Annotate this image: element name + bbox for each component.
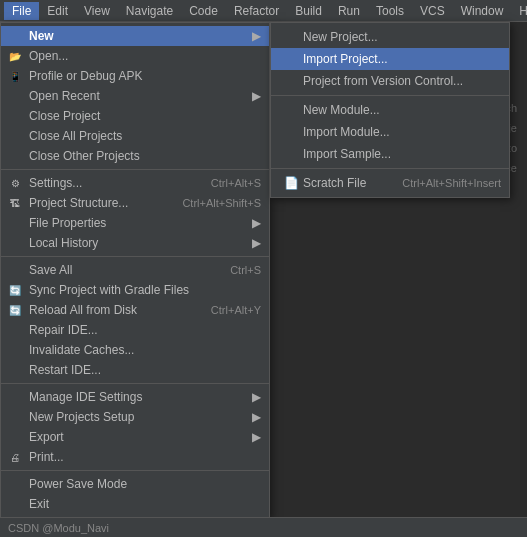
menu-item-exit[interactable]: Exit: [1, 494, 269, 514]
menubar-file[interactable]: File: [4, 2, 39, 20]
menu-item-invalidate[interactable]: Invalidate Caches...: [1, 340, 269, 360]
save-all-icon: [7, 262, 23, 278]
menu-item-local-history-label: Local History: [29, 236, 248, 250]
new-project-icon: [283, 29, 299, 45]
export-arrow-icon: ▶: [252, 430, 261, 444]
close-other-icon: [7, 148, 23, 164]
separator-3: [1, 383, 269, 384]
menu-item-settings[interactable]: ⚙ Settings... Ctrl+Alt+S: [1, 173, 269, 193]
submenu-sep-1: [271, 95, 509, 96]
settings-icon: ⚙: [7, 175, 23, 191]
menubar-run[interactable]: Run: [330, 2, 368, 20]
menubar-vcs[interactable]: VCS: [412, 2, 453, 20]
new-module-icon: [283, 102, 299, 118]
menu-item-file-props-label: File Properties: [29, 216, 248, 230]
recent-icon: [7, 88, 23, 104]
menu-item-save-all-label: Save All: [29, 263, 210, 277]
new-arrow-icon: ▶: [252, 29, 261, 43]
submenu-item-scratch-file[interactable]: 📄 Scratch File Ctrl+Alt+Shift+Insert: [271, 172, 509, 194]
menu-item-open-label: Open...: [29, 49, 261, 63]
menu-item-export-label: Export: [29, 430, 248, 444]
menu-item-restart-label: Restart IDE...: [29, 363, 261, 377]
menubar-help[interactable]: Help: [511, 2, 527, 20]
menubar-build[interactable]: Build: [287, 2, 330, 20]
restart-icon: [7, 362, 23, 378]
menu-item-profile[interactable]: 📱 Profile or Debug APK: [1, 66, 269, 86]
local-history-icon: [7, 235, 23, 251]
menu-item-print[interactable]: 🖨 Print...: [1, 447, 269, 467]
menubar-navigate[interactable]: Navigate: [118, 2, 181, 20]
repair-icon: [7, 322, 23, 338]
menubar-view[interactable]: View: [76, 2, 118, 20]
submenu-item-import-module[interactable]: Import Module...: [271, 121, 509, 143]
menu-item-power-save[interactable]: Power Save Mode: [1, 474, 269, 494]
separator-4: [1, 470, 269, 471]
submenu-scratch-file-label: Scratch File: [303, 176, 392, 190]
menu-item-settings-label: Settings...: [29, 176, 191, 190]
menu-item-sync-gradle-label: Sync Project with Gradle Files: [29, 283, 261, 297]
menu-item-save-all[interactable]: Save All Ctrl+S: [1, 260, 269, 280]
file-props-arrow-icon: ▶: [252, 216, 261, 230]
menu-item-open[interactable]: 📂 Open...: [1, 46, 269, 66]
submenu-import-module-label: Import Module...: [303, 125, 501, 139]
settings-shortcut: Ctrl+Alt+S: [211, 177, 261, 189]
menu-item-new[interactable]: New ▶: [1, 26, 269, 46]
menu-item-reload-disk[interactable]: 🔄 Reload All from Disk Ctrl+Alt+Y: [1, 300, 269, 320]
menubar-window[interactable]: Window: [453, 2, 512, 20]
menu-item-manage-ide[interactable]: Manage IDE Settings ▶: [1, 387, 269, 407]
separator-2: [1, 256, 269, 257]
import-sample-icon: [283, 146, 299, 162]
menu-item-restart[interactable]: Restart IDE...: [1, 360, 269, 380]
import-module-icon: [283, 124, 299, 140]
print-icon: 🖨: [7, 449, 23, 465]
local-history-arrow-icon: ▶: [252, 236, 261, 250]
submenu-item-project-vcs[interactable]: Project from Version Control...: [271, 70, 509, 92]
scratch-file-shortcut: Ctrl+Alt+Shift+Insert: [402, 177, 501, 189]
menu-item-reload-label: Reload All from Disk: [29, 303, 191, 317]
dropdown-overlay: New ▶ 📂 Open... 📱 Profile or Debug APK O…: [0, 22, 270, 518]
manage-ide-icon: [7, 389, 23, 405]
power-save-icon: [7, 476, 23, 492]
menu-item-local-history[interactable]: Local History ▶: [1, 233, 269, 253]
menubar-refactor[interactable]: Refactor: [226, 2, 287, 20]
statusbar: CSDN @Modu_Navi: [0, 517, 527, 537]
exit-icon: [7, 496, 23, 512]
menu-item-power-save-label: Power Save Mode: [29, 477, 261, 491]
submenu-item-import-project[interactable]: Import Project...: [271, 48, 509, 70]
menu-item-close-other[interactable]: Close Other Projects: [1, 146, 269, 166]
menu-item-open-recent[interactable]: Open Recent ▶: [1, 86, 269, 106]
recent-arrow-icon: ▶: [252, 89, 261, 103]
menu-item-close-project-label: Close Project: [29, 109, 261, 123]
menu-item-file-properties[interactable]: File Properties ▶: [1, 213, 269, 233]
scratch-file-icon: 📄: [283, 175, 299, 191]
new-icon: [7, 28, 23, 44]
import-project-icon: [283, 51, 299, 67]
menu-item-profile-label: Profile or Debug APK: [29, 69, 261, 83]
submenu-item-new-module[interactable]: New Module...: [271, 99, 509, 121]
menu-item-manage-ide-label: Manage IDE Settings: [29, 390, 248, 404]
submenu-new-project-label: New Project...: [303, 30, 501, 44]
menu-item-close-all[interactable]: Close All Projects: [1, 126, 269, 146]
menu-item-project-structure[interactable]: 🏗 Project Structure... Ctrl+Alt+Shift+S: [1, 193, 269, 213]
close-project-icon: [7, 108, 23, 124]
submenu-item-import-sample[interactable]: Import Sample...: [271, 143, 509, 165]
menu-item-close-project[interactable]: Close Project: [1, 106, 269, 126]
menu-item-export[interactable]: Export ▶: [1, 427, 269, 447]
invalidate-icon: [7, 342, 23, 358]
menubar-code[interactable]: Code: [181, 2, 226, 20]
close-all-icon: [7, 128, 23, 144]
menu-item-new-projects-label: New Projects Setup: [29, 410, 248, 424]
submenu-item-new-project[interactable]: New Project...: [271, 26, 509, 48]
menu-item-repair-ide[interactable]: Repair IDE...: [1, 320, 269, 340]
new-submenu-panel: New Project... Import Project... Project…: [270, 22, 510, 198]
statusbar-text: CSDN @Modu_Navi: [8, 522, 109, 534]
menubar-tools[interactable]: Tools: [368, 2, 412, 20]
open-icon: 📂: [7, 48, 23, 64]
separator-1: [1, 169, 269, 170]
submenu-import-sample-label: Import Sample...: [303, 147, 501, 161]
menu-item-new-projects[interactable]: New Projects Setup ▶: [1, 407, 269, 427]
menu-item-sync-gradle[interactable]: 🔄 Sync Project with Gradle Files: [1, 280, 269, 300]
reload-shortcut: Ctrl+Alt+Y: [211, 304, 261, 316]
menubar-edit[interactable]: Edit: [39, 2, 76, 20]
menu-item-invalidate-label: Invalidate Caches...: [29, 343, 261, 357]
